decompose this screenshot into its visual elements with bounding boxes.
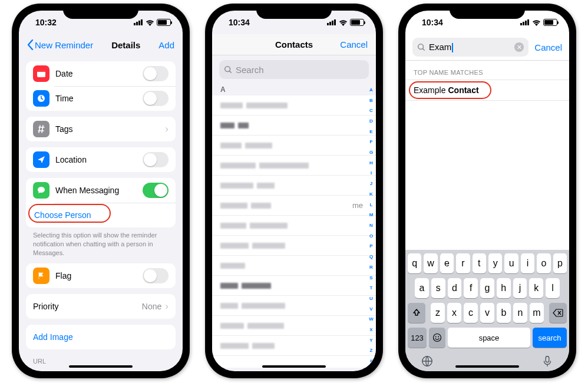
index-letter[interactable]: B	[369, 98, 373, 103]
key-a[interactable]: a	[415, 278, 429, 298]
location-toggle[interactable]	[143, 152, 169, 167]
row-choose-person[interactable]: Choose Person	[26, 203, 176, 227]
key-y[interactable]: y	[488, 253, 502, 273]
index-letter[interactable]: #	[370, 359, 372, 364]
key-h[interactable]: h	[497, 278, 511, 298]
index-letter[interactable]: P	[369, 244, 372, 249]
key-g[interactable]: g	[480, 278, 494, 298]
key-f[interactable]: f	[464, 278, 478, 298]
flag-toggle[interactable]	[143, 268, 169, 283]
key-l[interactable]: l	[546, 278, 560, 298]
shift-key[interactable]	[408, 303, 425, 323]
key-q[interactable]: q	[408, 253, 421, 273]
index-letter[interactable]: M	[369, 213, 374, 217]
index-letter[interactable]: Y	[369, 338, 372, 343]
emoji-key[interactable]	[429, 328, 445, 348]
search-field[interactable]: Exam ✕	[412, 38, 528, 57]
keyboard[interactable]: qwertyuiop asdfghjkl zxcvbnm 123 space s…	[405, 250, 569, 371]
cancel-button[interactable]: Cancel	[534, 42, 562, 52]
clear-icon[interactable]: ✕	[514, 42, 524, 52]
index-letter[interactable]: L	[370, 203, 373, 207]
key-s[interactable]: s	[431, 278, 445, 298]
home-indicator[interactable]	[69, 365, 133, 368]
index-letter[interactable]: R	[369, 265, 373, 270]
index-letter[interactable]: S	[369, 276, 372, 280]
index-letter[interactable]: G	[369, 150, 373, 155]
alpha-index-bar[interactable]: ABCDEFGHIJKLMNOPQRSTUVWXYZ#	[368, 85, 375, 367]
date-toggle[interactable]	[143, 66, 169, 81]
key-m[interactable]: m	[530, 303, 544, 323]
search-key[interactable]: search	[533, 328, 567, 348]
mic-icon[interactable]	[541, 355, 554, 368]
key-z[interactable]: z	[431, 303, 445, 323]
numbers-key[interactable]: 123	[408, 328, 427, 348]
key-n[interactable]: n	[513, 303, 527, 323]
row-time[interactable]: Time	[26, 86, 176, 111]
key-v[interactable]: v	[480, 303, 494, 323]
time-toggle[interactable]	[143, 91, 169, 106]
key-k[interactable]: k	[529, 278, 543, 298]
key-b[interactable]: b	[497, 303, 511, 323]
index-letter[interactable]: A	[369, 88, 373, 93]
row-add-image[interactable]: Add Image	[26, 325, 176, 349]
index-letter[interactable]: J	[370, 181, 372, 186]
contact-row[interactable]	[212, 276, 376, 296]
contact-row[interactable]	[212, 136, 376, 156]
key-t[interactable]: t	[473, 253, 486, 273]
index-letter[interactable]: H	[369, 161, 373, 166]
index-letter[interactable]: F	[370, 140, 373, 144]
key-x[interactable]: x	[447, 303, 461, 323]
contact-row[interactable]	[212, 176, 376, 196]
index-letter[interactable]: W	[369, 317, 374, 322]
search-field[interactable]: Search	[219, 60, 369, 79]
index-letter[interactable]: Z	[370, 348, 373, 353]
index-letter[interactable]: D	[369, 119, 373, 124]
key-c[interactable]: c	[464, 303, 478, 323]
key-d[interactable]: d	[448, 278, 462, 298]
contact-row[interactable]	[212, 316, 376, 336]
row-priority[interactable]: Priority None ›	[26, 294, 176, 319]
key-p[interactable]: p	[553, 253, 567, 273]
index-letter[interactable]: Q	[369, 255, 373, 259]
row-flag[interactable]: Flag	[26, 263, 176, 288]
backspace-key[interactable]	[549, 303, 567, 323]
contact-row[interactable]	[212, 336, 376, 356]
contact-row[interactable]	[212, 95, 376, 115]
contact-row[interactable]	[212, 256, 376, 276]
key-w[interactable]: w	[424, 253, 437, 273]
key-e[interactable]: e	[440, 253, 454, 273]
globe-icon[interactable]	[421, 355, 434, 368]
key-u[interactable]: u	[504, 253, 518, 273]
index-letter[interactable]: C	[369, 108, 373, 113]
home-indicator[interactable]	[262, 365, 326, 368]
cancel-button[interactable]: Cancel	[340, 39, 368, 49]
contact-row[interactable]	[212, 236, 376, 256]
row-location[interactable]: Location	[26, 147, 176, 172]
search-result-row[interactable]: Example Contact	[405, 80, 569, 101]
row-date[interactable]: Date	[26, 61, 176, 86]
row-messaging[interactable]: When Messaging	[26, 178, 176, 203]
key-o[interactable]: o	[537, 253, 550, 273]
contact-row[interactable]	[212, 156, 376, 176]
home-indicator[interactable]	[455, 365, 519, 368]
index-letter[interactable]: K	[369, 192, 373, 197]
key-i[interactable]: i	[521, 253, 534, 273]
contact-row[interactable]	[212, 115, 376, 136]
row-tags[interactable]: Tags ›	[26, 117, 176, 141]
index-letter[interactable]: T	[370, 286, 373, 290]
index-letter[interactable]: O	[369, 234, 373, 239]
index-letter[interactable]: V	[369, 307, 372, 312]
contact-row[interactable]	[212, 216, 376, 236]
index-letter[interactable]: N	[369, 223, 373, 228]
contact-row[interactable]	[212, 296, 376, 316]
key-r[interactable]: r	[456, 253, 470, 273]
index-letter[interactable]: I	[371, 171, 372, 176]
contacts-list[interactable]: A me ABCDEFGHIJKLMNOPQRSTUVWXYZ#	[212, 84, 376, 368]
index-letter[interactable]: U	[369, 296, 373, 301]
key-j[interactable]: j	[513, 278, 527, 298]
messaging-toggle[interactable]	[143, 183, 169, 198]
index-letter[interactable]: X	[369, 328, 372, 332]
add-button[interactable]: Add	[158, 40, 174, 50]
back-button[interactable]: New Reminder	[27, 39, 93, 50]
contact-row[interactable]: me	[212, 196, 376, 216]
